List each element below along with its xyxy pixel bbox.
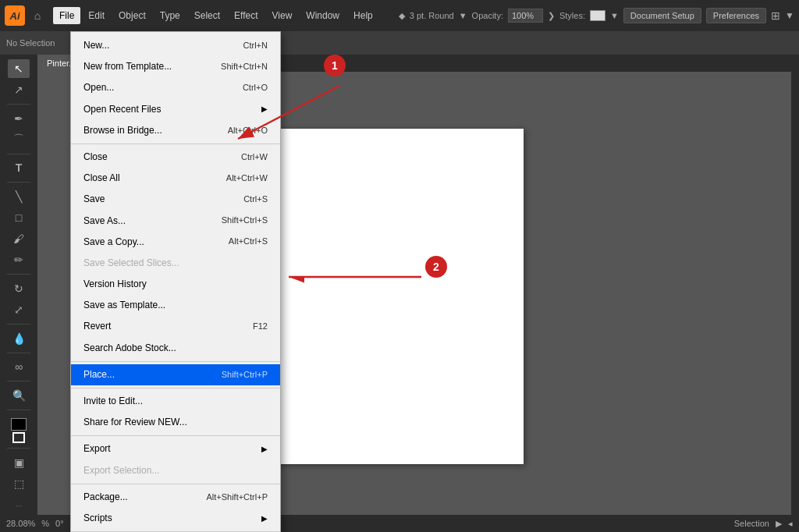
tool-divider-5 xyxy=(7,324,30,325)
paintbrush-tool[interactable]: 🖌 xyxy=(8,229,30,248)
selection-tool[interactable]: ↖ xyxy=(8,59,30,78)
left-toolbar: ↖ ↗ ✒ ⌒ T ╲ □ 🖌 ✏ ↻ ⤢ 💧 ∞ 🔍 ▣ ⬚ ··· xyxy=(0,55,37,515)
document-setup-button[interactable]: Document Setup xyxy=(623,8,701,23)
tool-divider-7 xyxy=(7,381,30,381)
screen-mode[interactable]: ⬚ xyxy=(8,474,30,493)
styles-swatch xyxy=(590,10,605,21)
opacity-arrow: ❯ xyxy=(548,11,555,21)
toolbar-right: ◆ 3 pt. Round ▼ Opacity: ❯ Styles: ▼ Doc… xyxy=(399,8,794,23)
color-tools xyxy=(11,418,27,443)
bottom-arrow: ▶ xyxy=(776,519,782,529)
sep-3 xyxy=(71,388,280,388)
sep-4 xyxy=(71,435,280,436)
scale-tool[interactable]: ⤢ xyxy=(8,300,30,319)
zoom-tool[interactable]: 🔍 xyxy=(8,386,30,405)
type-tool[interactable]: T xyxy=(8,159,30,178)
curvature-tool[interactable]: ⌒ xyxy=(8,130,30,149)
menu-export[interactable]: Export ▶ xyxy=(71,438,280,459)
menu-package[interactable]: Package... Alt+Shift+Ctrl+P xyxy=(71,487,280,508)
tool-divider-8 xyxy=(7,410,30,410)
eyedropper-tool[interactable]: 💧 xyxy=(8,329,30,348)
blend-tool[interactable]: ∞ xyxy=(8,358,30,377)
no-selection-label: No Selection xyxy=(6,38,55,48)
annotation-circle-1: 1 xyxy=(324,55,346,76)
styles-arrow: ▼ xyxy=(610,11,619,20)
tool-divider-6 xyxy=(7,353,30,353)
tool-mode: Selection xyxy=(734,519,769,528)
fill-color[interactable] xyxy=(11,418,27,431)
menu-item-edit[interactable]: Edit xyxy=(82,7,111,24)
bottom-marker: ◂ xyxy=(788,519,793,529)
menu-item-view[interactable]: View xyxy=(266,7,299,24)
menu-item-window[interactable]: Window xyxy=(300,7,346,24)
home-icon[interactable]: ⌂ xyxy=(28,6,47,25)
stroke-color[interactable] xyxy=(12,432,25,443)
menu-item-effect[interactable]: Effect xyxy=(228,7,264,24)
direct-selection-tool[interactable]: ↗ xyxy=(8,80,30,99)
tool-divider-2 xyxy=(7,154,30,154)
sep-5 xyxy=(71,484,280,484)
more-tools[interactable]: ··· xyxy=(16,502,22,510)
arrange-arrow[interactable]: ▼ xyxy=(785,10,794,21)
menu-item-file[interactable]: File xyxy=(53,7,80,24)
drawing-mode[interactable]: ▣ xyxy=(8,453,30,472)
brush-arrow: ▼ xyxy=(459,11,467,20)
annotation-arrow-1 xyxy=(101,47,414,281)
arrange-icon[interactable]: ⊞ xyxy=(771,9,780,22)
rectangle-tool[interactable]: □ xyxy=(8,208,30,227)
menu-item-object[interactable]: Object xyxy=(112,7,152,24)
line-tool[interactable]: ╲ xyxy=(8,187,30,206)
menu-export-selection: Export Selection... xyxy=(71,460,280,481)
rotate-tool[interactable]: ↻ xyxy=(8,279,30,298)
menu-invite-edit[interactable]: Invite to Edit... xyxy=(71,391,280,412)
bottom-sep-1: % xyxy=(41,519,49,528)
menu-scripts[interactable]: Scripts ▶ xyxy=(71,508,280,529)
tool-divider-1 xyxy=(7,104,30,105)
pen-tool[interactable]: ✒ xyxy=(8,109,30,128)
pencil-tool[interactable]: ✏ xyxy=(8,250,30,269)
svg-line-1 xyxy=(238,86,339,139)
zoom-value: 28.08% xyxy=(6,519,35,528)
right-panel xyxy=(791,55,799,515)
menu-share-review[interactable]: Share for Review NEW... xyxy=(71,412,280,433)
annotation-circle-2: 2 xyxy=(425,256,447,278)
annotation-arrow-2 xyxy=(195,265,507,343)
menu-bar: Ai ⌂ File Edit Object Type Select Effect… xyxy=(0,0,799,31)
brush-dropdown-label: ◆ xyxy=(399,11,405,21)
ai-logo: Ai xyxy=(5,5,25,26)
sep-2 xyxy=(71,361,280,362)
tool-divider-3 xyxy=(7,182,30,183)
menu-items: File Edit Object Type Select Effect View… xyxy=(53,7,379,24)
menu-item-help[interactable]: Help xyxy=(347,7,379,24)
rotation-value: 0° xyxy=(55,519,64,528)
brush-value: 3 pt. Round xyxy=(410,11,454,20)
opacity-input[interactable] xyxy=(508,9,543,23)
opacity-label: Opacity: xyxy=(472,11,503,20)
menu-item-type[interactable]: Type xyxy=(154,7,186,24)
styles-label: Styles: xyxy=(559,11,585,20)
menu-place[interactable]: Place... Shift+Ctrl+P xyxy=(71,364,280,385)
preferences-button[interactable]: Preferences xyxy=(706,8,766,23)
tool-divider-9 xyxy=(7,448,30,449)
menu-item-select[interactable]: Select xyxy=(188,7,226,24)
tool-divider-4 xyxy=(7,274,30,275)
